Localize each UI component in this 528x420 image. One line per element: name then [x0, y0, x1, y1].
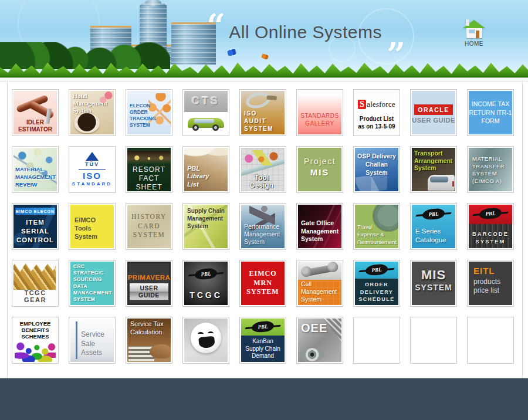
- tile-eitl-products-price-list[interactable]: EITL products price list: [467, 260, 514, 307]
- transport-thumbnail: Transport Arrangement System: [412, 148, 455, 191]
- tcgc-gear-thumbnail: TCGC GEAR: [13, 262, 57, 305]
- mascot-eye-graphic: [198, 332, 204, 336]
- tile-performance-management-system[interactable]: Performance Management System: [239, 203, 286, 250]
- empty-slot: [355, 319, 398, 362]
- oracle-logo: ORACLE: [414, 104, 453, 115]
- tile-history-card-system[interactable]: HISTORY CARD SYSTEM: [126, 203, 172, 250]
- service-sale-thumbnail: Service Sale Assets: [70, 319, 114, 362]
- tile-item-serial-control[interactable]: EIMCO ELECON ITEM SERIAL CONTROL: [12, 203, 59, 250]
- tile-label: STANDARDS GALLERY: [298, 112, 341, 127]
- pbl-logo: PBL: [251, 321, 274, 333]
- tile-service-tax-calculation[interactable]: Service Tax Calculation: [126, 317, 172, 364]
- home-icon: [463, 20, 485, 28]
- tool-design-thumbnail: Tool Design: [241, 148, 285, 191]
- oracle-thumbnail: ORACLE USER GUIDE: [412, 91, 455, 134]
- tile-material-transfer-system-eimco-a[interactable]: MATERIAL TRANSFER SYSTEM (EIMCO A): [467, 146, 514, 193]
- tile-tool-design[interactable]: Tool Design: [239, 146, 286, 193]
- eye-graphic: [300, 348, 324, 361]
- tile-label: RESORT FACT SHEET: [127, 165, 171, 191]
- tile-pbl-library-list[interactable]: PBL Library List: [182, 146, 229, 193]
- tile-material-management-review[interactable]: MATERIAL MANAGEMENT REVEIW: [12, 146, 59, 193]
- tile-label-line1: MIS: [412, 267, 455, 283]
- page-header: “ All Online Systems ” HOME: [0, 0, 528, 78]
- tile-label: Service Sale Assets: [81, 330, 104, 358]
- iso-audit-thumbnail: ISO AUDIT SYSTEM: [241, 91, 285, 134]
- tile-smiley-mascot[interactable]: [182, 317, 229, 364]
- tile-cts[interactable]: CTS: [182, 89, 229, 136]
- tile-supply-chain-management-system[interactable]: Supply Chain Management System: [182, 203, 229, 250]
- standards-gallery-thumbnail: STANDARDS GALLERY: [298, 91, 341, 134]
- hand-graphic: [150, 344, 171, 358]
- mis-system-thumbnail: MIS SYSTEM: [412, 262, 455, 305]
- eimco-mrn-thumbnail: EIMCO MRN SYSTEM: [241, 262, 285, 305]
- tuv-triangle-icon: [86, 152, 99, 161]
- smiley-mascot-thumbnail: [184, 319, 228, 362]
- oee-thumbnail: OEE: [298, 319, 341, 362]
- tile-resort-fact-sheet[interactable]: RESORT FACT SHEET: [126, 146, 172, 193]
- tile-tcgc-gear[interactable]: TCGC GEAR: [12, 260, 59, 307]
- tile-travel-expense-reimbursement[interactable]: Travel Expense & Reimbursement: [353, 203, 400, 250]
- tile-order-delivery-schedule[interactable]: PBL ORDER DELIVERY SCHEDULE: [353, 260, 400, 307]
- systems-grid: IDLER ESTIMATOR Hotel Management System …: [12, 89, 522, 364]
- butterfly-icon: [227, 48, 236, 56]
- car-wheel-graphic: [212, 124, 219, 131]
- tile-empty: [353, 317, 400, 364]
- empty-slot: [469, 319, 512, 362]
- tile-service-sale-assets[interactable]: Service Sale Assets: [69, 317, 116, 364]
- tile-label: OSP Delivery Challan System: [355, 152, 398, 177]
- tile-kanban-supply-chain-demand[interactable]: PBL KanBan Supply Chain Demand: [239, 317, 286, 364]
- order-delivery-thumbnail: PBL ORDER DELIVERY SCHEDULE: [355, 262, 398, 305]
- tile-label: Call Management System: [301, 280, 337, 303]
- tile-label: ITEM SERIAL CONTROL: [13, 218, 57, 245]
- pbl-logo: PBL: [479, 208, 502, 220]
- primavera-brand: PRIMAVERA: [127, 274, 171, 281]
- tuv-logo-text: TÜV: [70, 161, 114, 167]
- idler-estimator-thumbnail: IDLER ESTIMATOR: [13, 91, 57, 134]
- tile-idler-estimator[interactable]: IDLER ESTIMATOR: [12, 89, 59, 136]
- tile-elecon-order-tracking-system[interactable]: ELECON ORDER TRACKING SYSTEM: [126, 89, 172, 136]
- tile-oee[interactable]: OEE: [296, 317, 343, 364]
- tile-employee-benefits-schemes[interactable]: EMPLOYEE BENEFITS SCHEMES: [12, 317, 59, 364]
- tile-tcgc[interactable]: PBL TCGC: [182, 260, 229, 307]
- tile-label: Travel Expense & Reimbursement: [357, 223, 397, 246]
- resort-fact-thumbnail: RESORT FACT SHEET: [127, 148, 171, 191]
- tile-income-tax-return-itr1-form[interactable]: INCOME TAX RETURN ITR-1 FORM: [467, 89, 514, 136]
- tile-label: products price list: [473, 277, 500, 295]
- tile-label: EMPLOYEE BENEFITS SCHEMES: [13, 320, 57, 340]
- tile-salesforce-product-list[interactable]: Salesforce Product List as on 13-5-09: [353, 89, 400, 136]
- barcode-red-banner: PBL: [469, 205, 512, 224]
- tile-standards-gallery[interactable]: STANDARDS GALLERY: [296, 89, 343, 136]
- order-delivery-banner: PBL: [355, 262, 398, 279]
- cts-logo: CTS: [184, 95, 228, 107]
- close-quote-icon: ”: [387, 52, 405, 57]
- eimco-elecon-brand-bar: EIMCO ELECON: [15, 208, 55, 215]
- tile-label: EIMCO Tools System: [75, 216, 114, 241]
- tile-iso-standard[interactable]: TÜV ISO STANDARD: [69, 146, 116, 193]
- cts-thumbnail: CTS: [184, 91, 228, 134]
- tile-project-mis[interactable]: Project MIS: [296, 146, 343, 193]
- pbl-logo-text: PBL: [428, 211, 439, 217]
- page-title: All Online Systems: [229, 22, 382, 42]
- tile-oracle-user-guide[interactable]: ORACLE USER GUIDE: [410, 89, 457, 136]
- tile-iso-audit-system[interactable]: ISO AUDIT SYSTEM: [239, 89, 286, 136]
- tile-osp-delivery-challan-system[interactable]: OSP Delivery Challan System: [353, 146, 400, 193]
- car-wheel-graphic: [192, 124, 199, 131]
- tile-primavera-user-guide[interactable]: PRIMAVERA USER GUIDE: [126, 260, 172, 307]
- tile-e-series-catalogue[interactable]: PBL E Series Catalogue: [410, 203, 457, 250]
- tile-transport-arrangement-system[interactable]: Transport Arrangement System: [410, 146, 457, 193]
- tile-gate-office-management-system[interactable]: Gate Office Management System: [296, 203, 343, 250]
- tile-hotel-management-system[interactable]: Hotel Management System: [69, 89, 116, 136]
- tile-eimco-mrn-system[interactable]: EIMCO MRN SYSTEM: [239, 260, 286, 307]
- library-thumbnail: PBL Library List: [184, 148, 228, 191]
- material-review-thumbnail: MATERIAL MANAGEMENT REVEIW: [13, 148, 57, 191]
- tile-mis-system[interactable]: MIS SYSTEM: [410, 260, 457, 307]
- performance-thumbnail: Performance Management System: [241, 205, 285, 248]
- tile-eimco-tools-system[interactable]: EIMCO Tools System: [69, 203, 116, 250]
- tile-barcode-system[interactable]: PBL BARCODE SYSTEM: [467, 203, 514, 250]
- eitl-brand: EITL: [473, 266, 495, 276]
- home-button[interactable]: HOME: [459, 20, 489, 47]
- pbl-logo-wrap: PBL: [184, 269, 228, 279]
- pbl-logo: PBL: [422, 208, 445, 221]
- tile-call-management-system[interactable]: Call Management System: [296, 260, 343, 307]
- tile-crc-strategic-sourcing-dms[interactable]: CRC STRATEGIC SOURCING DATA MANAGEMENT S…: [69, 260, 116, 307]
